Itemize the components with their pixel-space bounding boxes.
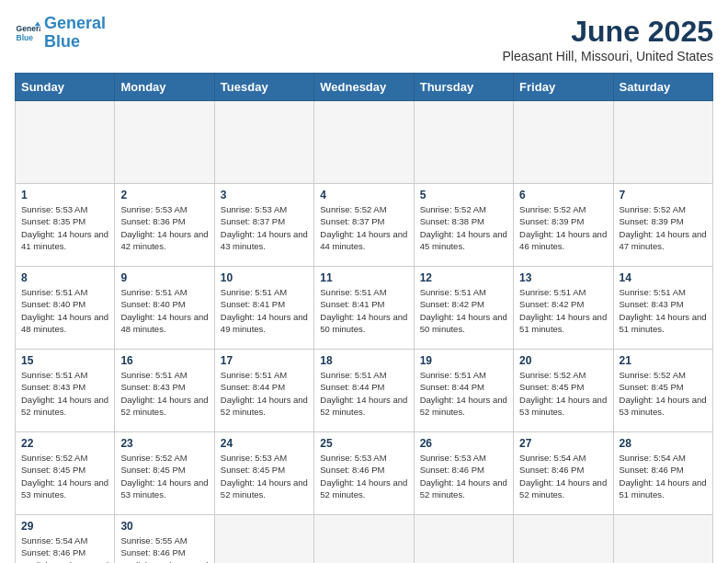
day-info: Sunrise: 5:53 AMSunset: 8:36 PMDaylight:… [120, 203, 208, 252]
logo-icon: General Blue [15, 20, 40, 46]
day-info: Sunrise: 5:51 AMSunset: 8:42 PMDaylight:… [420, 286, 507, 335]
day-number: 19 [420, 354, 507, 367]
day-number: 10 [221, 271, 308, 284]
day-number: 7 [620, 189, 707, 201]
calendar-day [414, 101, 513, 184]
calendar-day: 11Sunrise: 5:51 AMSunset: 8:41 PMDayligh… [314, 267, 414, 350]
title-area: June 2025 Pleasant Hill, Missouri, Unite… [502, 15, 713, 63]
day-number: 21 [620, 354, 707, 367]
day-number: 23 [120, 437, 208, 450]
logo: General Blue GeneralBlue [15, 15, 106, 52]
day-number: 5 [420, 189, 507, 201]
day-info: Sunrise: 5:52 AMSunset: 8:45 PMDaylight:… [519, 369, 607, 418]
day-number: 14 [620, 271, 707, 284]
calendar-day: 6Sunrise: 5:52 AMSunset: 8:39 PMDaylight… [514, 184, 613, 267]
day-number: 9 [120, 271, 208, 284]
calendar-day: 15Sunrise: 5:51 AMSunset: 8:43 PMDayligh… [16, 350, 115, 432]
calendar-day: 3Sunrise: 5:53 AMSunset: 8:37 PMDaylight… [214, 184, 313, 267]
day-info: Sunrise: 5:52 AMSunset: 8:38 PMDaylight:… [420, 203, 507, 252]
day-info: Sunrise: 5:54 AMSunset: 8:46 PMDaylight:… [519, 452, 607, 500]
col-friday: Friday [514, 74, 613, 101]
calendar-day: 24Sunrise: 5:53 AMSunset: 8:45 PMDayligh… [214, 432, 313, 515]
day-info: Sunrise: 5:52 AMSunset: 8:45 PMDaylight:… [21, 452, 108, 500]
day-info: Sunrise: 5:51 AMSunset: 8:41 PMDaylight:… [320, 286, 407, 335]
day-number: 8 [21, 271, 108, 284]
calendar-day: 4Sunrise: 5:52 AMSunset: 8:37 PMDaylight… [314, 184, 414, 267]
calendar-day: 5Sunrise: 5:52 AMSunset: 8:38 PMDaylight… [414, 184, 513, 267]
day-info: Sunrise: 5:53 AMSunset: 8:35 PMDaylight:… [21, 203, 108, 252]
svg-text:Blue: Blue [17, 33, 34, 42]
calendar-day: 28Sunrise: 5:54 AMSunset: 8:46 PMDayligh… [613, 432, 712, 515]
day-number: 27 [519, 437, 607, 450]
day-info: Sunrise: 5:52 AMSunset: 8:45 PMDaylight:… [120, 452, 208, 500]
calendar-day: 25Sunrise: 5:53 AMSunset: 8:46 PMDayligh… [314, 432, 414, 515]
calendar-day: 2Sunrise: 5:53 AMSunset: 8:36 PMDaylight… [115, 184, 214, 267]
day-info: Sunrise: 5:53 AMSunset: 8:45 PMDaylight:… [221, 452, 308, 500]
day-info: Sunrise: 5:51 AMSunset: 8:40 PMDaylight:… [21, 286, 108, 335]
calendar: Sunday Monday Tuesday Wednesday Thursday… [15, 73, 713, 563]
day-info: Sunrise: 5:51 AMSunset: 8:43 PMDaylight:… [120, 369, 208, 418]
calendar-day [115, 101, 214, 184]
calendar-day [613, 515, 712, 564]
calendar-day: 22Sunrise: 5:52 AMSunset: 8:45 PMDayligh… [16, 432, 115, 515]
col-sunday: Sunday [16, 74, 115, 101]
calendar-week-4: 15Sunrise: 5:51 AMSunset: 8:43 PMDayligh… [16, 350, 713, 432]
calendar-day: 13Sunrise: 5:51 AMSunset: 8:42 PMDayligh… [514, 267, 613, 350]
calendar-day: 16Sunrise: 5:51 AMSunset: 8:43 PMDayligh… [115, 350, 214, 432]
calendar-week-2: 1Sunrise: 5:53 AMSunset: 8:35 PMDaylight… [16, 184, 713, 267]
day-info: Sunrise: 5:55 AMSunset: 8:46 PMDaylight:… [120, 534, 208, 563]
day-number: 17 [221, 354, 308, 367]
day-number: 11 [320, 271, 407, 284]
col-tuesday: Tuesday [214, 74, 313, 101]
day-info: Sunrise: 5:51 AMSunset: 8:44 PMDaylight:… [420, 369, 507, 418]
day-info: Sunrise: 5:52 AMSunset: 8:45 PMDaylight:… [620, 369, 707, 418]
calendar-day [514, 101, 613, 184]
calendar-day [414, 515, 513, 564]
calendar-day: 21Sunrise: 5:52 AMSunset: 8:45 PMDayligh… [613, 350, 712, 432]
calendar-day: 9Sunrise: 5:51 AMSunset: 8:40 PMDaylight… [115, 267, 214, 350]
day-number: 20 [519, 354, 607, 367]
day-number: 6 [519, 189, 607, 201]
calendar-day: 7Sunrise: 5:52 AMSunset: 8:39 PMDaylight… [613, 184, 712, 267]
day-info: Sunrise: 5:51 AMSunset: 8:43 PMDaylight:… [620, 286, 707, 335]
day-info: Sunrise: 5:54 AMSunset: 8:46 PMDaylight:… [21, 534, 108, 563]
day-info: Sunrise: 5:51 AMSunset: 8:41 PMDaylight:… [221, 286, 308, 335]
day-info: Sunrise: 5:53 AMSunset: 8:37 PMDaylight:… [221, 203, 308, 252]
calendar-day [214, 515, 313, 564]
calendar-day [514, 515, 613, 564]
day-info: Sunrise: 5:53 AMSunset: 8:46 PMDaylight:… [420, 452, 507, 500]
day-number: 26 [420, 437, 507, 450]
day-info: Sunrise: 5:52 AMSunset: 8:37 PMDaylight:… [320, 203, 407, 252]
calendar-day: 19Sunrise: 5:51 AMSunset: 8:44 PMDayligh… [414, 350, 513, 432]
month-title: June 2025 [502, 15, 713, 49]
day-number: 30 [120, 520, 208, 533]
day-number: 4 [320, 189, 407, 201]
calendar-day: 14Sunrise: 5:51 AMSunset: 8:43 PMDayligh… [613, 267, 712, 350]
calendar-day [314, 101, 414, 184]
day-number: 25 [320, 437, 407, 450]
calendar-day: 1Sunrise: 5:53 AMSunset: 8:35 PMDaylight… [16, 184, 115, 267]
calendar-day: 8Sunrise: 5:51 AMSunset: 8:40 PMDaylight… [16, 267, 115, 350]
calendar-day: 12Sunrise: 5:51 AMSunset: 8:42 PMDayligh… [414, 267, 513, 350]
day-info: Sunrise: 5:52 AMSunset: 8:39 PMDaylight:… [519, 203, 607, 252]
day-number: 2 [120, 189, 208, 201]
calendar-day [16, 101, 115, 184]
logo-text: GeneralBlue [44, 15, 106, 52]
col-saturday: Saturday [613, 74, 712, 101]
calendar-day: 30Sunrise: 5:55 AMSunset: 8:46 PMDayligh… [115, 515, 214, 564]
location: Pleasant Hill, Missouri, United States [502, 49, 713, 63]
page-header: General Blue GeneralBlue June 2025 Pleas… [15, 15, 713, 63]
day-info: Sunrise: 5:51 AMSunset: 8:43 PMDaylight:… [21, 369, 108, 418]
day-number: 3 [221, 189, 308, 201]
calendar-day [314, 515, 414, 564]
calendar-day: 26Sunrise: 5:53 AMSunset: 8:46 PMDayligh… [414, 432, 513, 515]
day-number: 22 [21, 437, 108, 450]
calendar-day: 29Sunrise: 5:54 AMSunset: 8:46 PMDayligh… [16, 515, 115, 564]
day-number: 28 [620, 437, 707, 450]
calendar-week-3: 8Sunrise: 5:51 AMSunset: 8:40 PMDaylight… [16, 267, 713, 350]
calendar-day: 10Sunrise: 5:51 AMSunset: 8:41 PMDayligh… [214, 267, 313, 350]
day-number: 24 [221, 437, 308, 450]
day-number: 12 [420, 271, 507, 284]
day-number: 1 [21, 189, 108, 201]
calendar-day: 17Sunrise: 5:51 AMSunset: 8:44 PMDayligh… [214, 350, 313, 432]
